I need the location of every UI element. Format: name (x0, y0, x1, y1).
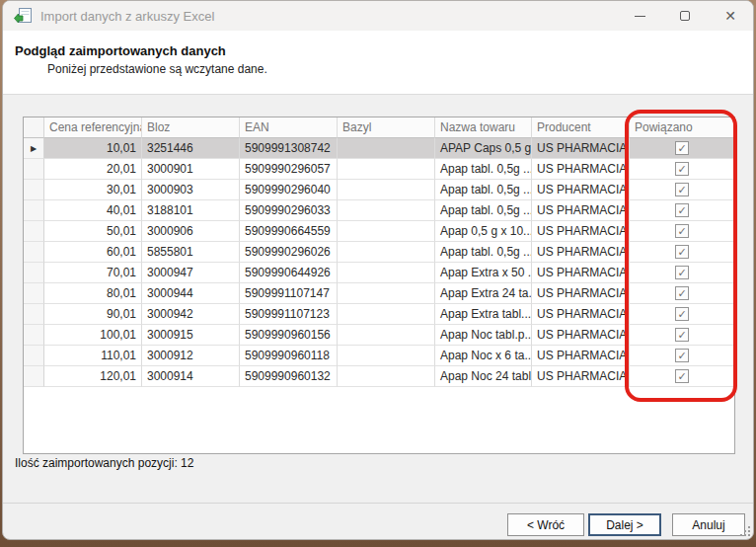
cell-cena: 40,01 (44, 200, 142, 221)
table-row[interactable]: 20,0130009015909990296057Apap tabl. 0,5g… (24, 159, 734, 180)
cell-powiazano: ✓ (630, 325, 735, 346)
cell-cena: 50,01 (44, 221, 142, 242)
cell-cena: 60,01 (44, 242, 142, 263)
cell-producent: US PHARMACIA ... (532, 366, 630, 387)
table-row[interactable]: 90,0130009425909991107123Apap Extra tabl… (24, 304, 734, 325)
cell-cena: 90,01 (44, 304, 142, 325)
cell-bazyl (338, 325, 435, 346)
cell-nazwa: Apap Noc tabl.p... (435, 325, 532, 346)
column-header-producent[interactable]: Producent (532, 117, 630, 138)
powiazano-checkbox[interactable]: ✓ (675, 203, 689, 217)
minimize-icon (635, 16, 645, 17)
table-row[interactable]: 60,0158558015909990296026Apap tabl. 0,5g… (24, 242, 734, 263)
cell-nazwa: Apap tabl. 0,5g ... (435, 180, 532, 200)
next-button[interactable]: Dalej > (588, 513, 661, 536)
powiazano-checkbox[interactable]: ✓ (675, 183, 689, 196)
cell-bazyl (338, 304, 435, 325)
cell-bloz: 3000901 (142, 159, 240, 180)
cell-producent: US PHARMACIA ... (532, 180, 630, 200)
row-selector-cell[interactable] (24, 221, 44, 242)
cell-nazwa: Apap tabl. 0,5g ... (435, 242, 532, 263)
close-icon: ✕ (724, 9, 736, 23)
cell-powiazano: ✓ (630, 263, 735, 283)
row-selector-cell[interactable] (24, 263, 44, 283)
cell-producent: US PHARMACIA ... (532, 138, 630, 159)
resize-grip[interactable] (739, 525, 750, 536)
row-selector-cell[interactable] (24, 242, 44, 263)
table-row[interactable]: 110,0130009125909990960118Apap Noc x 6 t… (24, 346, 734, 366)
row-selector-cell[interactable] (24, 304, 44, 325)
minimize-button[interactable] (617, 1, 662, 31)
cell-cena: 100,01 (44, 325, 142, 346)
powiazano-checkbox[interactable]: ✓ (675, 369, 689, 383)
powiazano-checkbox[interactable]: ✓ (675, 266, 689, 279)
powiazano-checkbox[interactable]: ✓ (675, 286, 689, 300)
cell-producent: US PHARMACIA ... (532, 242, 630, 263)
cell-bloz: 3251446 (142, 138, 240, 159)
table-row[interactable]: 30,0130009035909990296040Apap tabl. 0,5g… (24, 180, 734, 200)
table-row[interactable]: ▶10,0132514465909991308742APAP Caps 0,5 … (24, 138, 734, 159)
cell-producent: US PHARMACIA ... (532, 283, 630, 304)
column-header-powiazano[interactable]: Powiązano (630, 117, 735, 138)
cancel-button[interactable]: Anuluj (672, 513, 745, 536)
powiazano-checkbox[interactable]: ✓ (675, 224, 689, 238)
window-title: Import danych z arkuszy Excel (40, 9, 214, 24)
row-selector-cell[interactable] (24, 325, 44, 346)
cell-ean: 5909990664559 (240, 221, 338, 242)
cell-bloz: 3000906 (142, 221, 240, 242)
row-selector-cell[interactable] (24, 346, 44, 366)
back-button[interactable]: < Wróć (507, 513, 584, 536)
table-row[interactable]: 50,0130009065909990664559Apap 0,5 g x 10… (24, 221, 734, 242)
table-row[interactable]: 40,0131881015909990296033Apap tabl. 0,5g… (24, 200, 734, 221)
cell-producent: US PHARMACIA ... (532, 200, 630, 221)
row-selector-cell[interactable] (24, 366, 44, 387)
row-selector-cell[interactable] (24, 283, 44, 304)
table-row[interactable]: 120,0130009145909990960132Apap Noc 24 ta… (24, 366, 734, 387)
dialog-window: Import danych z arkuszy Excel ✕ Podgląd … (2, 0, 754, 540)
cell-producent: US PHARMACIA ... (532, 304, 630, 325)
close-button[interactable]: ✕ (708, 1, 753, 31)
cell-bloz: 3000942 (142, 304, 240, 325)
column-header-bloz[interactable]: Bloz (142, 117, 240, 138)
cell-bazyl (338, 242, 435, 263)
cell-cena: 30,01 (44, 180, 142, 200)
maximize-button[interactable] (662, 1, 708, 31)
row-selector-cell[interactable] (24, 180, 44, 200)
cell-bloz: 5855801 (142, 242, 240, 263)
table-row[interactable]: 80,0130009445909991107147Apap Extra 24 t… (24, 283, 734, 304)
powiazano-checkbox[interactable]: ✓ (675, 245, 689, 259)
table-row[interactable]: 70,0130009475909990644926Apap Extra x 50… (24, 263, 734, 283)
footer-divider (3, 503, 753, 504)
cell-nazwa: Apap 0,5 g x 10... (435, 221, 532, 242)
column-header-cena[interactable]: Cena referencyjna (44, 117, 142, 138)
cell-cena: 10,01 (44, 138, 142, 159)
cell-producent: US PHARMACIA ... (532, 221, 630, 242)
row-selector-cell[interactable] (24, 159, 44, 180)
column-header-bazyl[interactable]: Bazyl (338, 117, 435, 138)
table-row[interactable]: 100,0130009155909990960156Apap Noc tabl.… (24, 325, 734, 346)
table-body: ▶10,0132514465909991308742APAP Caps 0,5 … (24, 138, 734, 387)
cell-ean: 5909990296033 (240, 200, 338, 221)
cell-powiazano: ✓ (630, 221, 735, 242)
cell-ean: 5909991107147 (240, 283, 338, 304)
cell-nazwa: Apap tabl. 0,5g ... (435, 159, 532, 180)
cell-bazyl (338, 283, 435, 304)
powiazano-checkbox[interactable]: ✓ (675, 349, 689, 362)
powiazano-checkbox[interactable]: ✓ (675, 307, 689, 321)
powiazano-checkbox[interactable]: ✓ (675, 141, 689, 155)
cell-ean: 5909991308742 (240, 138, 338, 159)
page-subtitle: Poniżej przedstawione są wczytane dane. (47, 62, 267, 76)
title-bar: Import danych z arkuszy Excel ✕ (3, 1, 753, 31)
cell-producent: US PHARMACIA ... (532, 263, 630, 283)
column-header-ean[interactable]: EAN (240, 117, 338, 138)
status-text: Ilość zaimportowanych pozycji: 12 (15, 456, 193, 470)
cell-nazwa: Apap Extra tabl.... (435, 304, 532, 325)
cell-bazyl (338, 221, 435, 242)
column-header-nazwa[interactable]: Nazwa towaru (435, 117, 532, 138)
row-selector-cell[interactable]: ▶ (24, 138, 44, 159)
cell-powiazano: ✓ (630, 346, 735, 366)
powiazano-checkbox[interactable]: ✓ (675, 162, 689, 176)
cell-producent: US PHARMACIA ... (532, 325, 630, 346)
row-selector-cell[interactable] (24, 200, 44, 221)
powiazano-checkbox[interactable]: ✓ (675, 328, 689, 342)
